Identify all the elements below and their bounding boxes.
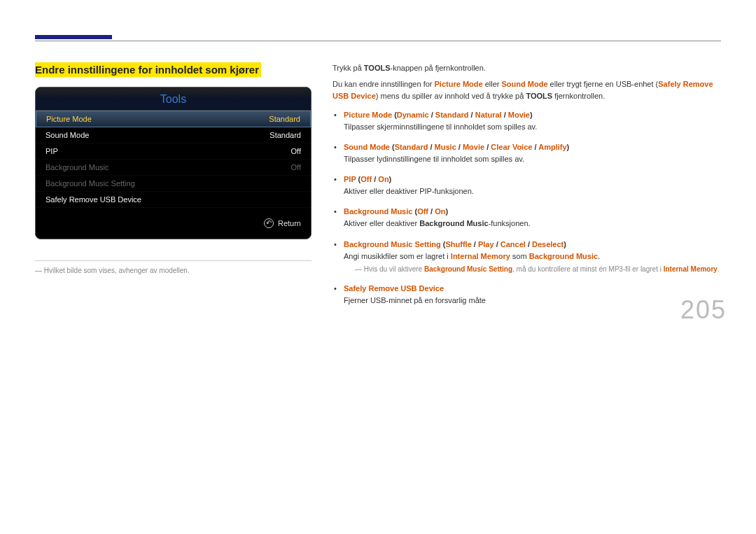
opt-background-music: Background Music (Off / On) Aktiver elle… bbox=[332, 206, 721, 230]
text: Du kan endre innstillingen for bbox=[332, 80, 435, 88]
opt-label: Safely Remove USB Device bbox=[344, 284, 444, 293]
tool-row-value: Standard bbox=[269, 115, 300, 123]
tool-row-label: PIP bbox=[46, 147, 58, 155]
left-column: Endre innstillingene for innholdet som k… bbox=[35, 62, 312, 315]
paren: ) bbox=[389, 175, 392, 183]
tool-row-safely-remove-usb[interactable]: Safely Remove USB Device bbox=[36, 192, 311, 208]
sep: / bbox=[372, 175, 378, 183]
sep: / bbox=[469, 111, 475, 119]
opt-safely-remove-usb: Safely Remove USB Device Fjerner USB-min… bbox=[332, 283, 721, 307]
paren: ) bbox=[445, 207, 448, 216]
opt-val: Shuffle bbox=[445, 240, 471, 248]
paren: ( bbox=[392, 111, 397, 119]
text: . bbox=[718, 265, 720, 273]
bold-tools: TOOLS bbox=[364, 64, 391, 72]
page-number: 205 bbox=[680, 295, 727, 325]
opt-val: Cancel bbox=[500, 240, 526, 248]
text: -funksjonen. bbox=[489, 219, 531, 227]
kw-background-music: Background Music bbox=[529, 252, 598, 260]
opt-desc: Fjerner USB-minnet på en forsvarlig måte bbox=[344, 295, 721, 307]
return-icon: ↶ bbox=[264, 218, 274, 228]
opt-val: Deselect bbox=[532, 240, 564, 248]
opt-val: Movie bbox=[508, 111, 530, 119]
sep: / bbox=[456, 143, 463, 151]
right-column: Trykk på TOOLS-knappen på fjernkontrolle… bbox=[332, 62, 721, 315]
header-accent-bar bbox=[35, 35, 112, 39]
tool-row-label: Picture Mode bbox=[46, 115, 92, 123]
opt-label: Background Music Setting bbox=[344, 240, 441, 248]
tool-row-picture-mode[interactable]: Picture Mode Standard bbox=[36, 111, 311, 127]
opt-desc: Angi musikkfiler som er lagret i Interna… bbox=[344, 251, 721, 262]
opt-val: Amplify bbox=[538, 143, 566, 151]
kw: Background Music Setting bbox=[424, 265, 512, 273]
opt-picture-mode: Picture Mode (Dynamic / Standard / Natur… bbox=[332, 109, 721, 133]
bold: Background Music bbox=[419, 219, 488, 227]
tools-panel-title: Tools bbox=[36, 87, 311, 111]
opt-val: Movie bbox=[463, 143, 484, 151]
tool-row-sound-mode[interactable]: Sound Mode Standard bbox=[36, 127, 311, 143]
tool-row-background-music[interactable]: Background Music Off bbox=[36, 160, 311, 176]
sep: / bbox=[428, 207, 435, 216]
tool-row-background-music-setting[interactable]: Background Music Setting bbox=[36, 176, 311, 192]
tool-row-label: Safely Remove USB Device bbox=[46, 195, 141, 204]
opt-label: Picture Mode bbox=[344, 111, 392, 119]
opt-val: Dynamic bbox=[397, 111, 429, 119]
opt-background-music-setting: Background Music Setting (Shuffle / Play… bbox=[332, 239, 721, 275]
sep: / bbox=[428, 143, 434, 151]
tool-row-label: Sound Mode bbox=[46, 131, 89, 139]
opt-val: Music bbox=[435, 143, 456, 151]
opt-pip: PIP (Off / On) Aktiver eller deaktiver P… bbox=[332, 174, 721, 197]
tool-row-label: Background Music bbox=[46, 163, 109, 171]
opt-sound-mode: Sound Mode (Standard / Music / Movie / C… bbox=[332, 141, 721, 165]
text: ) mens du spiller av innhold ved å trykk… bbox=[376, 92, 526, 100]
opt-val: Standard bbox=[435, 111, 469, 119]
header-rule bbox=[35, 41, 721, 41]
opt-note: Hvis du vil aktivere Background Music Se… bbox=[344, 264, 721, 275]
tools-panel: Tools Picture Mode Standard Sound Mode S… bbox=[35, 87, 312, 239]
return-label[interactable]: Return bbox=[278, 219, 301, 227]
kw: Internal Memory bbox=[664, 265, 718, 273]
tools-list: Picture Mode Standard Sound Mode Standar… bbox=[36, 111, 311, 208]
text: Trykk på bbox=[332, 64, 364, 72]
opt-val: Clear Voice bbox=[491, 143, 532, 151]
text: fjernkontrollen. bbox=[552, 92, 605, 100]
options-list: Picture Mode (Dynamic / Standard / Natur… bbox=[332, 109, 721, 307]
paren: ) bbox=[530, 111, 533, 119]
text: . bbox=[598, 252, 600, 260]
opt-val: Natural bbox=[475, 111, 502, 119]
tools-footer: ↶ Return bbox=[36, 208, 311, 239]
opt-desc: Aktiver eller deaktiver Background Music… bbox=[344, 218, 721, 230]
text: -knappen på fjernkontrollen. bbox=[391, 64, 486, 72]
opt-val: On bbox=[378, 175, 388, 183]
paren: ) bbox=[567, 143, 570, 151]
text: som bbox=[510, 252, 529, 260]
opt-desc: Tilpasser skjerminnstillingene til innho… bbox=[344, 121, 721, 133]
tool-row-value: Off bbox=[291, 163, 301, 171]
opt-val: Off bbox=[417, 207, 428, 216]
intro-line-1: Trykk på TOOLS-knappen på fjernkontrolle… bbox=[332, 62, 721, 74]
text: eller trygt fjerne en USB-enhet ( bbox=[548, 80, 659, 88]
bold-tools: TOOLS bbox=[526, 92, 552, 100]
tool-row-label: Background Music Setting bbox=[46, 179, 135, 188]
text: , må du kontrollere at minst én MP3-fil … bbox=[512, 265, 664, 273]
sep: / bbox=[526, 240, 532, 248]
sep: / bbox=[494, 240, 500, 248]
text: eller bbox=[483, 80, 502, 88]
opt-val: Off bbox=[360, 175, 372, 183]
sep: / bbox=[429, 111, 435, 119]
tool-row-value: Standard bbox=[270, 131, 301, 139]
kw-sound-mode: Sound Mode bbox=[502, 80, 548, 88]
left-footnote: Hvilket bilde som vises, avhenger av mod… bbox=[35, 260, 312, 274]
opt-val: Play bbox=[478, 240, 494, 248]
text: Aktiver eller deaktiver bbox=[344, 219, 419, 227]
opt-label: PIP bbox=[344, 175, 356, 183]
text: Angi musikkfiler som er lagret i bbox=[344, 252, 451, 260]
opt-val: On bbox=[435, 207, 445, 216]
sep: / bbox=[472, 240, 478, 248]
tool-row-pip[interactable]: PIP Off bbox=[36, 143, 311, 160]
opt-label: Background Music bbox=[344, 207, 412, 216]
paren: ( bbox=[390, 143, 395, 151]
intro-line-2: Du kan endre innstillingen for Picture M… bbox=[332, 78, 721, 102]
tool-row-value: Off bbox=[291, 147, 301, 155]
sep: / bbox=[502, 111, 508, 119]
